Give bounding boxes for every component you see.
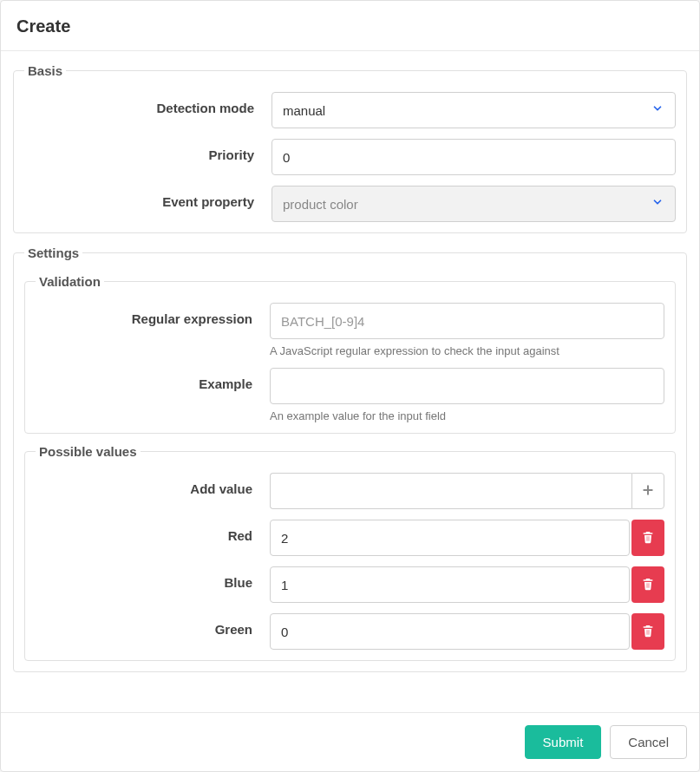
priority-input[interactable]	[271, 139, 676, 175]
modal-footer: Submit Cancel	[1, 712, 699, 771]
settings-fieldset: Settings Validation Regular expression A…	[13, 245, 687, 672]
possible-values-legend: Possible values	[36, 444, 141, 459]
value-input[interactable]	[270, 520, 630, 556]
regex-label: Regular expression	[36, 303, 270, 326]
value-input[interactable]	[270, 566, 630, 603]
add-value-button[interactable]	[631, 473, 664, 509]
value-label: Blue	[36, 566, 270, 590]
submit-button[interactable]: Submit	[525, 725, 602, 759]
example-row: Example An example value for the input f…	[36, 368, 664, 422]
priority-label: Priority	[24, 139, 271, 162]
event-property-select[interactable]	[271, 186, 676, 222]
regex-row: Regular expression A JavaScript regular …	[36, 303, 664, 357]
delete-value-button[interactable]	[631, 613, 664, 650]
value-label: Red	[36, 520, 270, 543]
detection-mode-select[interactable]	[271, 92, 676, 128]
trash-icon	[641, 530, 655, 546]
value-label: Green	[36, 613, 270, 637]
possible-values-fieldset: Possible values Add value	[24, 444, 676, 661]
example-help: An example value for the input field	[270, 409, 664, 422]
basis-fieldset: Basis Detection mode Priority	[13, 63, 687, 233]
modal-title: Create	[16, 16, 684, 36]
event-property-label: Event property	[24, 186, 271, 209]
add-value-label: Add value	[36, 473, 270, 496]
trash-icon	[641, 624, 655, 640]
detection-mode-row: Detection mode	[24, 92, 676, 128]
value-row: Green	[36, 613, 664, 650]
plus-icon	[641, 481, 655, 501]
validation-fieldset: Validation Regular expression A JavaScri…	[24, 274, 676, 434]
detection-mode-select-wrap	[271, 92, 676, 128]
add-value-input[interactable]	[270, 473, 631, 509]
detection-mode-label: Detection mode	[24, 92, 271, 115]
regex-input[interactable]	[270, 303, 664, 339]
priority-row: Priority	[24, 139, 676, 175]
value-row: Blue	[36, 566, 664, 603]
example-input[interactable]	[270, 368, 664, 404]
create-modal: Create Basis Detection mode Priority	[0, 0, 700, 772]
trash-icon	[641, 577, 655, 593]
regex-help: A JavaScript regular expression to check…	[270, 344, 664, 357]
delete-value-button[interactable]	[631, 520, 664, 556]
value-input[interactable]	[270, 613, 630, 650]
cancel-button[interactable]: Cancel	[610, 725, 687, 759]
modal-header: Create	[1, 1, 699, 51]
settings-legend: Settings	[24, 245, 82, 260]
event-property-row: Event property	[24, 186, 676, 222]
basis-legend: Basis	[24, 63, 66, 78]
event-property-select-wrap	[271, 186, 676, 222]
example-label: Example	[36, 368, 270, 391]
modal-body: Basis Detection mode Priority	[1, 51, 699, 712]
value-row: Red	[36, 520, 664, 556]
delete-value-button[interactable]	[631, 566, 664, 603]
validation-legend: Validation	[36, 274, 104, 289]
add-value-row: Add value	[36, 473, 664, 509]
